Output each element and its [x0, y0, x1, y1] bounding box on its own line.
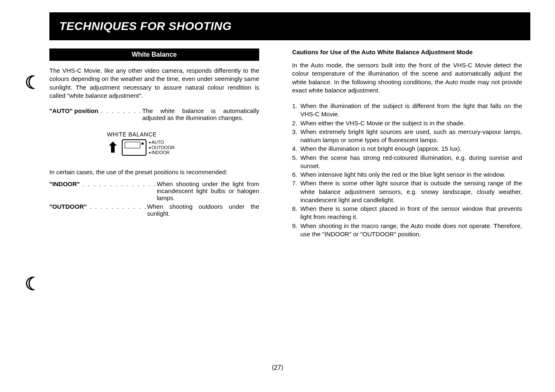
dots: . . . . . . . . . . . . . . — [80, 180, 157, 187]
list-item: 5.When the scene has strong red-coloured… — [292, 154, 522, 171]
cautions-intro: In the Auto mode, the sensors built into… — [292, 61, 522, 95]
indoor-label: "INDOOR" . . . . . . . . . . . . . . — [49, 180, 157, 201]
list-item: 9.When shooting in the macro range, the … — [292, 222, 522, 239]
section-heading-white-balance: White Balance — [49, 48, 259, 61]
list-item: 4.When the illumination is not bright en… — [292, 145, 522, 153]
intro-paragraph: The VHS-C Movie, like any other video ca… — [49, 67, 259, 100]
switch-opt-indoor: INDOOR — [149, 150, 174, 155]
switch-box-icon — [122, 139, 146, 156]
list-item: 3.When extremely bright light sources ar… — [292, 128, 522, 145]
cautions-list: 1.When the illumination of the subject i… — [292, 102, 522, 238]
dots: . . . . . . . . . . . — [87, 203, 147, 210]
binder-hole-mark: ☾ — [25, 273, 41, 295]
outdoor-label: "OUTDOOR" . . . . . . . . . . . — [49, 203, 147, 217]
auto-label-text: "AUTO" position — [49, 107, 98, 114]
dots: . . . . . . . . — [98, 107, 142, 114]
indoor-label-text: "INDOOR" — [49, 180, 80, 187]
binder-hole-mark: ☾ — [25, 72, 41, 93]
columns: White Balance The VHS-C Movie, like any … — [49, 48, 530, 239]
list-item: 1.When the illumination of the subject i… — [292, 102, 522, 119]
list-item: 6.When intensive light hits only the red… — [292, 171, 522, 179]
list-item: 8.When there is some object placed in fr… — [292, 205, 522, 221]
preset-intro: In certain cases, the use of the preset … — [49, 168, 259, 176]
indoor-description: When shooting under the light from incan… — [157, 180, 259, 201]
white-balance-switch-diagram: WHITE BALANCE ⬆ AUTO OUTDOOR INDOOR — [107, 131, 259, 156]
list-item: 7.When there is some other light source … — [292, 179, 522, 204]
auto-description: The white balance is automatically adjus… — [142, 107, 259, 121]
cautions-heading: Cautions for Use of the Auto White Balan… — [292, 48, 522, 55]
page-number: ⟨27⟩ — [0, 364, 555, 371]
definition-auto: "AUTO" position . . . . . . . . The whit… — [49, 107, 259, 121]
arrow-up-icon: ⬆ — [107, 141, 118, 154]
page-content: TECHNIQUES FOR SHOOTING White Balance Th… — [0, 0, 555, 247]
switch-options: AUTO OUTDOOR INDOOR — [149, 140, 174, 155]
switch-title: WHITE BALANCE — [107, 131, 259, 138]
outdoor-label-text: "OUTDOOR" — [49, 203, 87, 210]
left-column: White Balance The VHS-C Movie, like any … — [49, 48, 259, 239]
switch-opt-outdoor: OUTDOOR — [149, 145, 174, 150]
right-column: Cautions for Use of the Auto White Balan… — [292, 48, 530, 239]
auto-label: "AUTO" position . . . . . . . . — [49, 107, 142, 121]
outdoor-description: When shooting outdoors under the sunligh… — [147, 203, 259, 217]
definition-indoor: "INDOOR" . . . . . . . . . . . . . . Whe… — [49, 180, 259, 201]
page-title: TECHNIQUES FOR SHOOTING — [49, 12, 530, 40]
definition-outdoor: "OUTDOOR" . . . . . . . . . . . When sho… — [49, 203, 259, 217]
switch-opt-auto: AUTO — [149, 140, 174, 145]
list-item: 2.When either the VHS-C Movie or the sub… — [292, 119, 522, 127]
